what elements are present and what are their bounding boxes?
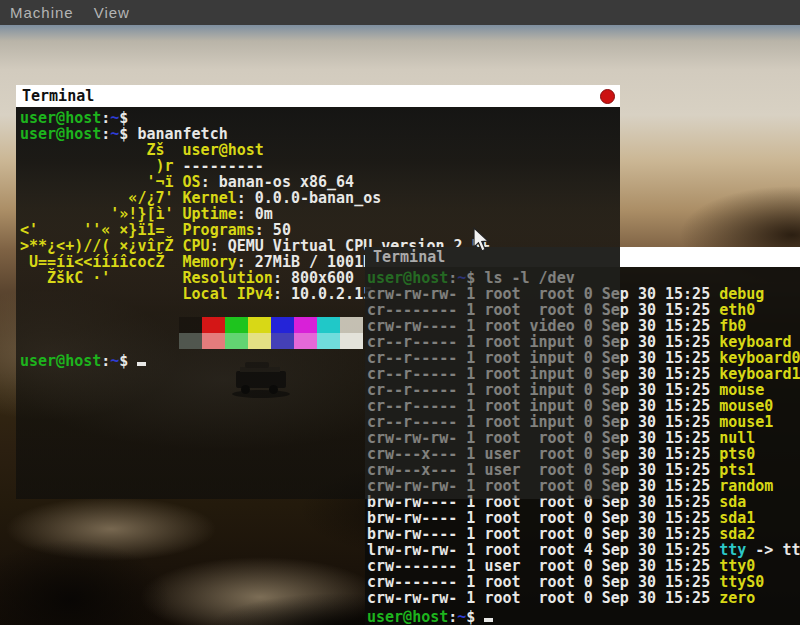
palette-swatch [271,317,294,333]
palette-swatch [225,333,248,349]
menu-view[interactable]: View [84,0,140,25]
vm-menubar: Machine View [0,0,800,25]
terminal-line: cr--r----- 1 root input 0 Sep 30 15:25 m… [367,413,800,429]
terminal-line: cr--r----- 1 root input 0 Sep 30 15:25 m… [367,381,800,397]
terminal-line: cr--r----- 1 root input 0 Sep 30 15:25 k… [367,349,800,365]
terminal2-output[interactable]: user@host:~$ ls -l /devcrw-rw-rw- 1 root… [365,267,800,625]
vm-screen: Machine View Terminal user@host:~$ user@… [0,0,800,625]
terminal-line: crw---x--- 1 user root 0 Sep 30 15:25 pt… [367,445,800,461]
mouse-cursor-icon [472,227,491,254]
terminal2-title: Terminal [365,247,620,267]
palette-swatch [248,317,271,333]
terminal-line: <' ''« ×}ï1= Programs: 50 [20,221,620,237]
palette-swatch [248,333,271,349]
terminal-line: crw-rw-rw- 1 root root 0 Sep 30 15:25 ra… [367,477,800,493]
terminal-line: cr--r----- 1 root input 0 Sep 30 15:25 k… [367,333,800,349]
terminal-line: user@host:~$ [367,605,800,621]
terminal1-title: Terminal [16,87,94,105]
terminal-line: crw------- 1 user root 0 Sep 30 15:25 tt… [367,557,800,573]
palette-swatch [340,317,363,333]
terminal-line: crw---x--- 1 user root 0 Sep 30 15:25 pt… [367,461,800,477]
palette-swatch [179,317,202,333]
palette-swatch [294,317,317,333]
terminal-line: brw-rw---- 1 root root 0 Sep 30 15:25 sd… [367,525,800,541]
terminal-line: crw-rw-rw- 1 root root 0 Sep 30 15:25 ze… [367,589,800,605]
terminal2-titlebar[interactable]: Terminal [365,247,800,267]
palette-swatch [202,317,225,333]
terminal-line: brw-rw---- 1 root root 0 Sep 30 15:25 sd… [367,509,800,525]
terminal-line: Zš user@host [20,141,620,157]
terminal-line: brw-rw---- 1 root root 0 Sep 30 15:25 sd… [367,493,800,509]
terminal-line: «/¿7' Kernel: 0.0.0-banan_os [20,189,620,205]
terminal-line: crw-rw-rw- 1 root root 0 Sep 30 15:25 nu… [367,429,800,445]
terminal-line: user@host:~$ [20,109,620,125]
palette-swatch [294,333,317,349]
palette-swatch [317,333,340,349]
terminal-line: cr-------- 1 root root 0 Sep 30 15:25 et… [367,301,800,317]
menu-machine[interactable]: Machine [0,0,84,25]
terminal-line: user@host:~$ bananfetch [20,125,620,141]
palette-swatch [179,333,202,349]
terminal-line: crw-rw---- 1 root video 0 Sep 30 15:25 f… [367,317,800,333]
close-icon[interactable] [600,89,615,104]
text-cursor [137,349,146,366]
terminal-line: cr--r----- 1 root input 0 Sep 30 15:25 k… [367,365,800,381]
terminal-line: cr--r----- 1 root input 0 Sep 30 15:25 m… [367,397,800,413]
terminal1-titlebar[interactable]: Terminal [16,85,620,107]
terminal-line: '¬ï OS: banan-os x86_64 [20,173,620,189]
terminal-line: crw-rw-rw- 1 root root 0 Sep 30 15:25 de… [367,285,800,301]
palette-swatch [317,317,340,333]
palette-swatch [340,333,363,349]
terminal-line: user@host:~$ ls -l /dev [367,269,800,285]
terminal-line: crw------- 1 root root 0 Sep 30 15:25 tt… [367,573,800,589]
terminal-line: lrw-rw-rw- 1 root root 4 Sep 30 15:25 tt… [367,541,800,557]
palette-swatch [202,333,225,349]
text-cursor [484,605,493,622]
terminal-line: '»!}[ì' Uptime: 0m [20,205,620,221]
terminal2-titlebar-blank [620,247,800,267]
palette-swatch [225,317,248,333]
terminal-line: )r --------- [20,157,620,173]
terminal-window-2[interactable]: Terminal user@host:~$ ls -l /devcrw-rw-r… [365,247,800,625]
palette-swatch [271,333,294,349]
